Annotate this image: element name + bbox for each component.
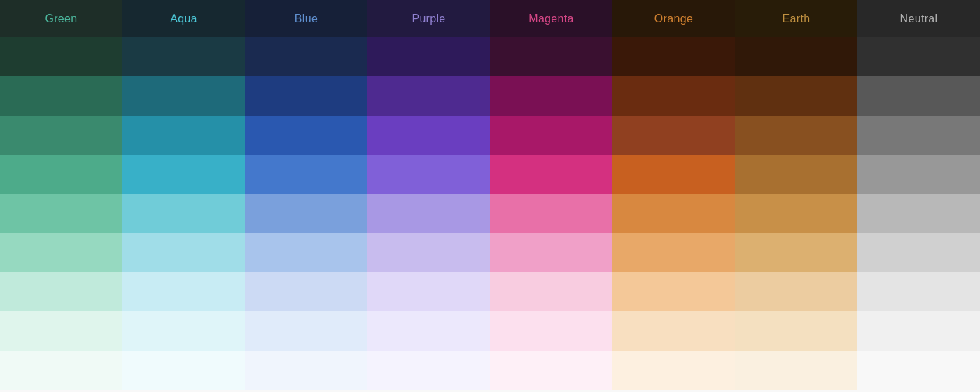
column-magenta (490, 37, 612, 390)
swatch-purple-0[interactable] (368, 37, 490, 76)
swatch-aqua-8[interactable] (122, 351, 245, 390)
swatch-earth-0[interactable] (735, 37, 858, 76)
column-earth (735, 37, 858, 390)
swatch-aqua-3[interactable] (122, 155, 245, 194)
swatch-blue-8[interactable] (245, 351, 368, 390)
swatch-purple-3[interactable] (368, 155, 490, 194)
swatch-green-1[interactable] (0, 76, 122, 115)
swatch-neutral-5[interactable] (858, 233, 980, 272)
swatch-purple-8[interactable] (368, 351, 490, 390)
swatch-orange-0[interactable] (612, 37, 735, 76)
header-aqua: Aqua (122, 0, 245, 37)
header-neutral: Neutral (858, 0, 980, 37)
swatch-earth-5[interactable] (735, 233, 858, 272)
swatch-magenta-0[interactable] (490, 37, 612, 76)
swatch-orange-7[interactable] (612, 312, 735, 351)
swatch-neutral-6[interactable] (858, 272, 980, 312)
swatch-green-8[interactable] (0, 351, 122, 390)
swatch-aqua-5[interactable] (122, 233, 245, 272)
swatch-blue-4[interactable] (245, 194, 368, 233)
column-orange (612, 37, 735, 390)
swatch-magenta-8[interactable] (490, 351, 612, 390)
swatch-earth-8[interactable] (735, 351, 858, 390)
swatch-aqua-4[interactable] (122, 194, 245, 233)
swatch-magenta-5[interactable] (490, 233, 612, 272)
swatch-green-0[interactable] (0, 37, 122, 76)
column-blue (245, 37, 368, 390)
swatch-orange-1[interactable] (612, 76, 735, 115)
swatch-green-2[interactable] (0, 115, 122, 155)
swatch-aqua-0[interactable] (122, 37, 245, 76)
swatch-magenta-3[interactable] (490, 155, 612, 194)
header-row: GreenAquaBluePurpleMagentaOrangeEarthNeu… (0, 0, 980, 37)
swatch-orange-3[interactable] (612, 155, 735, 194)
header-orange: Orange (612, 0, 735, 37)
swatch-orange-5[interactable] (612, 233, 735, 272)
swatch-aqua-6[interactable] (122, 272, 245, 312)
header-magenta: Magenta (490, 0, 612, 37)
swatch-earth-3[interactable] (735, 155, 858, 194)
swatch-blue-3[interactable] (245, 155, 368, 194)
swatch-neutral-8[interactable] (858, 351, 980, 390)
swatch-magenta-6[interactable] (490, 272, 612, 312)
swatch-neutral-4[interactable] (858, 194, 980, 233)
column-green (0, 37, 122, 390)
swatch-blue-5[interactable] (245, 233, 368, 272)
swatch-orange-8[interactable] (612, 351, 735, 390)
palette-container: GreenAquaBluePurpleMagentaOrangeEarthNeu… (0, 0, 980, 390)
column-purple (368, 37, 490, 390)
swatch-blue-7[interactable] (245, 312, 368, 351)
swatch-aqua-7[interactable] (122, 312, 245, 351)
swatch-neutral-0[interactable] (858, 37, 980, 76)
swatch-orange-4[interactable] (612, 194, 735, 233)
swatch-earth-6[interactable] (735, 272, 858, 312)
swatch-neutral-3[interactable] (858, 155, 980, 194)
header-green: Green (0, 0, 122, 37)
header-purple: Purple (368, 0, 490, 37)
column-aqua (122, 37, 245, 390)
swatch-green-7[interactable] (0, 312, 122, 351)
swatch-neutral-2[interactable] (858, 115, 980, 155)
swatch-blue-6[interactable] (245, 272, 368, 312)
swatch-blue-0[interactable] (245, 37, 368, 76)
color-grid (0, 37, 980, 390)
swatch-earth-4[interactable] (735, 194, 858, 233)
swatch-blue-2[interactable] (245, 115, 368, 155)
swatch-purple-4[interactable] (368, 194, 490, 233)
header-earth: Earth (735, 0, 858, 37)
swatch-purple-1[interactable] (368, 76, 490, 115)
swatch-earth-2[interactable] (735, 115, 858, 155)
swatch-blue-1[interactable] (245, 76, 368, 115)
swatch-earth-7[interactable] (735, 312, 858, 351)
swatch-magenta-7[interactable] (490, 312, 612, 351)
swatch-purple-5[interactable] (368, 233, 490, 272)
swatch-magenta-1[interactable] (490, 76, 612, 115)
swatch-magenta-2[interactable] (490, 115, 612, 155)
swatch-green-5[interactable] (0, 233, 122, 272)
swatch-neutral-1[interactable] (858, 76, 980, 115)
swatch-green-3[interactable] (0, 155, 122, 194)
column-neutral (858, 37, 980, 390)
swatch-purple-7[interactable] (368, 312, 490, 351)
header-blue: Blue (245, 0, 368, 37)
swatch-aqua-1[interactable] (122, 76, 245, 115)
swatch-purple-6[interactable] (368, 272, 490, 312)
swatch-magenta-4[interactable] (490, 194, 612, 233)
swatch-purple-2[interactable] (368, 115, 490, 155)
swatch-green-4[interactable] (0, 194, 122, 233)
swatch-aqua-2[interactable] (122, 115, 245, 155)
swatch-green-6[interactable] (0, 272, 122, 312)
swatch-orange-6[interactable] (612, 272, 735, 312)
swatch-neutral-7[interactable] (858, 312, 980, 351)
swatch-earth-1[interactable] (735, 76, 858, 115)
swatch-orange-2[interactable] (612, 115, 735, 155)
